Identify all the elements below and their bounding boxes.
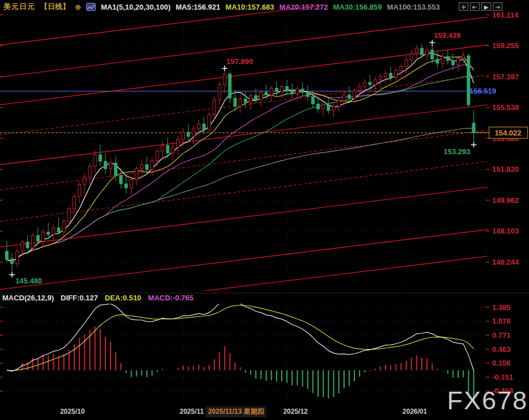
- macd-lines-layer: [7, 296, 474, 371]
- candle: [348, 95, 350, 98]
- candle: [78, 185, 81, 197]
- extreme-price-label: 157.890: [226, 57, 253, 66]
- candle: [255, 96, 257, 100]
- scale-left-icon[interactable]: ⇤: [470, 2, 480, 11]
- ma100-line: [7, 128, 474, 261]
- macd-diff-value: DIFF:0.127: [61, 294, 98, 302]
- candle: [327, 105, 330, 111]
- candle: [21, 242, 24, 251]
- candle: [213, 100, 216, 114]
- symbol-title: 美元日元: [3, 2, 35, 12]
- candle: [120, 176, 122, 184]
- candle: [239, 99, 242, 107]
- ma100-value: MA100:153.553: [387, 3, 440, 11]
- candle: [395, 71, 397, 78]
- candle: [384, 73, 387, 77]
- candle: [291, 91, 294, 94]
- candle: [31, 235, 34, 248]
- candle: [275, 88, 278, 92]
- candle: [265, 92, 268, 95]
- candle: [244, 99, 247, 103]
- ma20-value: MA20:157.272: [280, 3, 328, 11]
- macd-dea-value: DEA:0.510: [105, 294, 141, 302]
- candle: [379, 77, 382, 80]
- candle: [83, 177, 86, 185]
- candle: [26, 242, 29, 248]
- candle: [342, 95, 345, 100]
- candle: [187, 132, 190, 136]
- candle: [306, 92, 309, 96]
- candle: [322, 105, 325, 109]
- candle: [47, 232, 50, 234]
- candle: [99, 155, 101, 162]
- candle: [42, 232, 45, 241]
- candle: [472, 123, 475, 133]
- candle: [260, 92, 263, 100]
- play-forward-icon[interactable]: ▶: [481, 2, 491, 11]
- candle: [52, 228, 55, 235]
- price-tick-label: 159.255: [492, 41, 519, 50]
- candle: [115, 163, 117, 176]
- chart-canvas[interactable]: 157.890159.439153.293145.480161.114159.2…: [0, 0, 529, 420]
- candle: [410, 53, 413, 60]
- candle: [421, 48, 424, 55]
- ma10-value: MA10:157.683: [226, 3, 274, 11]
- chart-type-icon[interactable]: [86, 3, 96, 11]
- candle: [94, 155, 96, 167]
- candle: [317, 104, 320, 109]
- blue-level-label: 156.519: [469, 87, 496, 95]
- channel-lines-layer: [0, 0, 488, 316]
- circle-plus-icon[interactable]: ⊕: [75, 3, 81, 11]
- candle: [457, 58, 460, 65]
- price-tick-label: 151.820: [492, 165, 519, 173]
- current-price-label: 154.022: [495, 129, 522, 137]
- extreme-price-label: 159.439: [434, 31, 460, 40]
- macd-layer: [7, 326, 474, 404]
- month-label: 2025/10: [53, 408, 92, 415]
- chart-toolbar: ✛ ⇤ ▶ ⇥: [459, 2, 502, 11]
- candle: [363, 82, 366, 86]
- macd-tick-label: 0.771: [492, 331, 511, 340]
- candle: [104, 162, 107, 169]
- candle: [280, 87, 283, 92]
- candle: [223, 74, 226, 85]
- candle: [286, 87, 289, 91]
- candle: [436, 59, 439, 63]
- candle: [400, 66, 403, 70]
- month-label: 2026/01: [395, 408, 435, 415]
- top-bar: 美元日元 【日线】 ⊕ MA1(5,10,20,30,100) MA5:156.…: [3, 2, 440, 12]
- candle: [166, 146, 169, 153]
- candle: [176, 139, 179, 147]
- selected-date-label: 2025/11/13 星期四: [206, 406, 266, 417]
- macd-legend: MACD(26,12,9) DIFF:0.127 DEA:0.510 MACD:…: [2, 294, 193, 302]
- candle: [171, 147, 174, 153]
- candle: [125, 184, 128, 188]
- ma5-value: MA5:156.921: [176, 3, 221, 11]
- candle: [467, 56, 470, 105]
- price-tick-label: 161.114: [492, 11, 519, 19]
- macd-tick-label: 0.156: [492, 359, 511, 367]
- period-label[interactable]: 【日线】: [40, 2, 70, 12]
- jump-end-icon[interactable]: ⇥: [493, 2, 502, 11]
- macd-tick-label: 0.463: [492, 345, 511, 354]
- macd-tick-label: 1.385: [492, 303, 511, 312]
- candle: [451, 61, 454, 65]
- candle: [249, 96, 252, 103]
- candle: [311, 96, 314, 104]
- candle: [88, 166, 91, 177]
- pan-tool-icon[interactable]: ✛: [459, 2, 468, 11]
- candle: [228, 74, 231, 99]
- candle: [182, 132, 185, 139]
- candle: [270, 88, 273, 95]
- candle: [62, 221, 65, 232]
- candle: [369, 82, 371, 84]
- price-tick-label: 149.962: [492, 196, 519, 205]
- candle: [431, 50, 434, 59]
- candle: [151, 160, 154, 169]
- candle: [36, 235, 39, 241]
- candle: [73, 196, 75, 209]
- watermark: FX678: [447, 388, 528, 413]
- trading-chart-app: 157.890159.439153.293145.480161.114159.2…: [0, 0, 529, 420]
- macd-macd-value: MACD:-0.765: [148, 294, 193, 302]
- candle: [135, 169, 138, 180]
